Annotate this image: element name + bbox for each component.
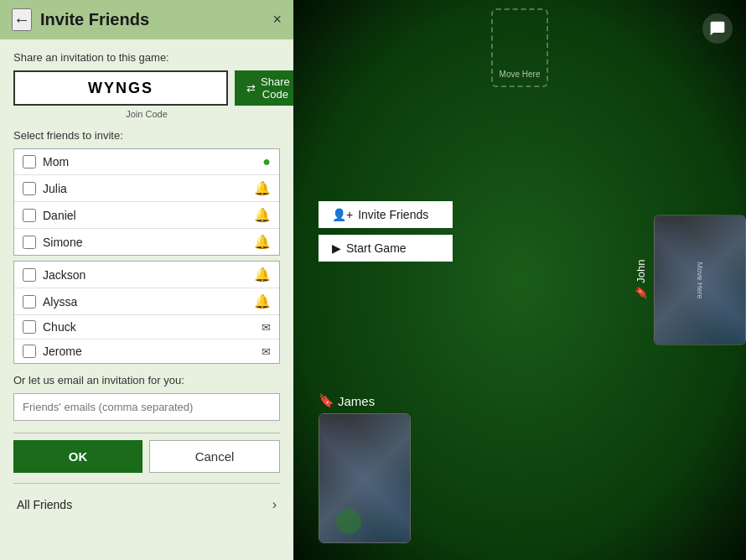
friend-name-chuck: Chuck xyxy=(43,320,255,334)
james-name-row: 🔖 James xyxy=(319,393,375,408)
friend-name-jackson: Jackson xyxy=(43,268,247,282)
friend-checkbox-jackson[interactable] xyxy=(23,268,36,282)
play-icon: ▶ xyxy=(332,241,341,255)
john-bookmark-icon: 🔖 xyxy=(635,287,647,300)
friend-name-alyssa: Alyssa xyxy=(43,295,247,309)
ok-button[interactable]: OK xyxy=(13,440,142,473)
friend-status-alyssa: 🔔 xyxy=(254,293,271,309)
all-friends-label: All Friends xyxy=(17,498,72,511)
start-game-button[interactable]: ▶ Start Game xyxy=(319,235,453,262)
friend-checkbox-chuck[interactable] xyxy=(23,320,36,334)
friend-item-simone: Simone 🔔 xyxy=(14,229,279,255)
divider xyxy=(13,433,280,433)
share-code-button[interactable]: ⇄ Share Code xyxy=(235,70,293,106)
invite-panel: ← Invite Friends × Share an invitation t… xyxy=(0,0,293,560)
back-button[interactable]: ← xyxy=(12,8,32,31)
friend-checkbox-jerome[interactable] xyxy=(23,345,36,358)
invite-icon: 👤+ xyxy=(332,208,353,221)
email-input[interactable] xyxy=(13,393,280,421)
james-card xyxy=(319,413,411,543)
friend-item-mom: Mom ● xyxy=(14,149,279,175)
friend-item-jackson: Jackson 🔔 xyxy=(14,262,279,288)
john-move-here-label: Move Here xyxy=(696,262,704,298)
friends-list-2: Jackson 🔔 Alyssa 🔔 Chuck ✉ Jerome ✉ xyxy=(13,261,280,364)
friend-name-jerome: Jerome xyxy=(43,345,255,358)
all-friends-row[interactable]: All Friends › xyxy=(13,490,280,519)
friend-name-julia: Julia xyxy=(43,182,247,195)
game-buttons: 👤+ Invite Friends ▶ Start Game xyxy=(319,201,453,262)
email-label: Or let us email an invitation for you: xyxy=(13,374,280,386)
share-label: Share an invitation to this game: xyxy=(13,51,280,64)
panel-title: Invite Friends xyxy=(40,10,149,29)
share-row: ⇄ Share Code xyxy=(13,70,280,106)
friend-status-chuck: ✉ xyxy=(262,321,271,334)
panel-header: ← Invite Friends × xyxy=(0,0,293,39)
friend-checkbox-alyssa[interactable] xyxy=(23,295,36,309)
invite-btn-label: Invite Friends xyxy=(358,208,428,221)
friend-status-julia: 🔔 xyxy=(254,180,271,196)
friend-status-jerome: ✉ xyxy=(262,345,271,358)
friend-item-chuck: Chuck ✉ xyxy=(14,315,279,340)
friend-checkbox-simone[interactable] xyxy=(23,236,36,249)
friend-status-simone: 🔔 xyxy=(254,234,271,250)
friend-status-mom: ● xyxy=(262,154,271,169)
card-placeholder-top[interactable]: Move Here xyxy=(491,8,548,87)
friend-item-julia: Julia 🔔 xyxy=(14,175,279,202)
john-name: John xyxy=(635,260,647,283)
friend-checkbox-daniel[interactable] xyxy=(23,209,36,222)
invite-friends-button[interactable]: 👤+ Invite Friends xyxy=(319,201,453,228)
game-board: Move Here 👤+ Invite Friends ▶ Start Game… xyxy=(293,0,746,560)
start-btn-label: Start Game xyxy=(346,241,407,255)
cancel-button[interactable]: Cancel xyxy=(149,440,280,473)
chat-icon[interactable] xyxy=(702,13,733,44)
player-james: 🔖 James xyxy=(319,393,411,543)
friend-name-simone: Simone xyxy=(43,236,247,249)
action-buttons: OK Cancel xyxy=(13,440,280,473)
chevron-right-icon: › xyxy=(272,497,277,512)
james-bookmark-icon: 🔖 xyxy=(319,393,334,408)
move-here-top-label: Move Here xyxy=(500,70,541,79)
friend-name-mom: Mom xyxy=(43,155,256,169)
close-button[interactable]: × xyxy=(272,11,282,29)
friend-status-daniel: 🔔 xyxy=(254,207,271,223)
share-code-label: Share Code xyxy=(261,75,290,101)
friend-name-daniel: Daniel xyxy=(43,209,247,222)
james-name: James xyxy=(338,394,375,408)
header-left: ← Invite Friends xyxy=(12,8,149,31)
john-name-row: 🔖 John xyxy=(631,257,650,303)
friends-list-1: Mom ● Julia 🔔 Daniel 🔔 Simone 🔔 xyxy=(13,148,280,256)
join-code-sub: Join Code xyxy=(13,109,280,119)
player-john-container: 🔖 John Move Here xyxy=(631,215,746,345)
friend-status-jackson: 🔔 xyxy=(254,267,271,283)
friend-checkbox-mom[interactable] xyxy=(23,155,36,169)
john-card-wrapper: Move Here xyxy=(654,215,746,345)
friends-label: Select friends to invite: xyxy=(13,129,280,142)
friend-item-alyssa: Alyssa 🔔 xyxy=(14,288,279,315)
divider-2 xyxy=(13,483,280,484)
panel-body: Share an invitation to this game: ⇄ Shar… xyxy=(0,39,293,560)
join-code-input[interactable] xyxy=(13,70,228,106)
share-icon: ⇄ xyxy=(246,82,256,95)
friend-item-jerome: Jerome ✉ xyxy=(14,340,279,363)
friend-checkbox-julia[interactable] xyxy=(23,182,36,195)
friend-item-daniel: Daniel 🔔 xyxy=(14,202,279,229)
